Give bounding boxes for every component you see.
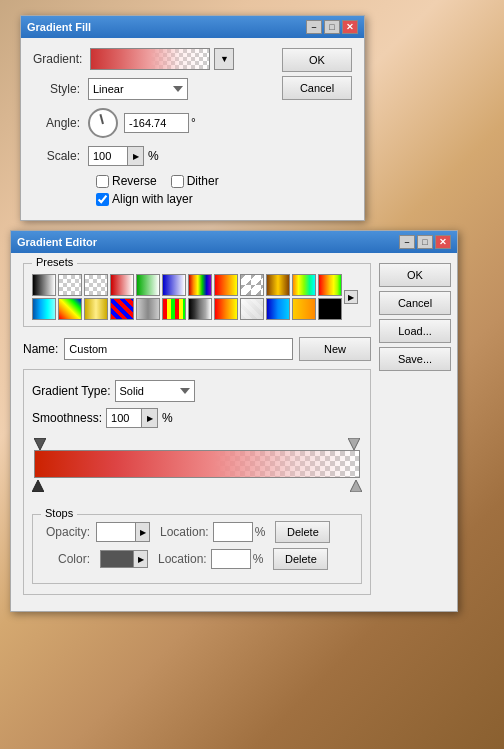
preset-swatch-21[interactable] [240, 298, 264, 320]
opacity-location-input[interactable] [213, 522, 253, 542]
preset-swatch-12[interactable] [318, 274, 342, 296]
preset-swatch-20[interactable] [214, 298, 238, 320]
opacity-percent: % [255, 525, 266, 539]
editor-cancel-button[interactable]: Cancel [379, 291, 451, 315]
preset-swatch-5[interactable] [136, 274, 160, 296]
preset-swatch-9[interactable] [240, 274, 264, 296]
editor-save-button[interactable]: Save... [379, 347, 451, 371]
color-swatch[interactable] [100, 550, 134, 568]
preset-swatch-2[interactable] [58, 274, 82, 296]
editor-title-buttons: – □ ✕ [399, 235, 451, 249]
preset-swatch-18[interactable] [162, 298, 186, 320]
gradient-editor-title-bar: Gradient Editor – □ ✕ [11, 231, 457, 253]
gradient-dropdown-button[interactable]: ▼ [214, 48, 234, 70]
angle-row: Angle: -164.74 ° [33, 108, 274, 138]
align-checkbox-item: Align with layer [96, 192, 193, 206]
color-stop-right[interactable] [350, 480, 362, 495]
preset-swatch-15[interactable] [84, 298, 108, 320]
dialog-buttons: OK Cancel [282, 48, 352, 210]
opacity-delete-button[interactable]: Delete [275, 521, 330, 543]
gradient-bar[interactable] [34, 450, 360, 478]
preset-swatch-10[interactable] [266, 274, 290, 296]
editor-minimize-button[interactable]: – [399, 235, 415, 249]
align-label: Align with layer [112, 192, 193, 206]
preset-swatch-11[interactable] [292, 274, 316, 296]
editor-maximize-button[interactable]: □ [417, 235, 433, 249]
svg-marker-3 [350, 480, 362, 492]
presets-scroll-button[interactable]: ▶ [344, 290, 358, 304]
opacity-stops-row [34, 436, 360, 450]
preset-swatch-19[interactable] [188, 298, 212, 320]
preset-swatch-13[interactable] [32, 298, 56, 320]
gradient-row: Gradient: ▼ [33, 48, 274, 70]
smoothness-row: Smoothness: 100 ▶ % [32, 408, 362, 428]
close-button[interactable]: ✕ [342, 20, 358, 34]
color-delete-button[interactable]: Delete [273, 548, 328, 570]
opacity-input[interactable] [96, 522, 136, 542]
gradient-fill-content: Gradient: ▼ Style: Linear Angle: [21, 38, 364, 220]
preset-swatch-8[interactable] [214, 274, 238, 296]
dither-checkbox[interactable] [171, 175, 184, 188]
title-bar-buttons: – □ ✕ [306, 20, 358, 34]
scale-row: Scale: 100 ▶ % [33, 146, 274, 166]
name-label: Name: [23, 342, 58, 356]
opacity-stepper[interactable]: ▶ [136, 522, 150, 542]
opacity-location-label: Location: [160, 525, 209, 539]
preset-swatch-4[interactable] [110, 274, 134, 296]
preset-swatch-7[interactable] [188, 274, 212, 296]
reverse-checkbox[interactable] [96, 175, 109, 188]
gradient-type-label: Gradient Type: [32, 384, 111, 398]
stops-legend: Stops [41, 507, 77, 519]
preset-swatch-1[interactable] [32, 274, 56, 296]
editor-load-button[interactable]: Load... [379, 319, 451, 343]
angle-dial[interactable] [88, 108, 118, 138]
angle-input[interactable]: -164.74 [124, 113, 189, 133]
color-label: Color: [41, 552, 96, 566]
preset-swatch-14[interactable] [58, 298, 82, 320]
gradient-fill-title: Gradient Fill [27, 21, 91, 33]
editor-main-area: Presets [23, 263, 445, 601]
cancel-button[interactable]: Cancel [282, 76, 352, 100]
gradient-type-select[interactable]: Solid [115, 380, 195, 402]
preset-swatch-17[interactable] [136, 298, 160, 320]
preset-swatch-6[interactable] [162, 274, 186, 296]
scale-label: Scale: [33, 149, 88, 163]
new-button[interactable]: New [299, 337, 371, 361]
scale-unit: % [148, 149, 159, 163]
color-stop-left[interactable] [32, 480, 44, 495]
presets-legend: Presets [32, 256, 77, 268]
color-location-input[interactable] [211, 549, 251, 569]
gradient-preview[interactable] [90, 48, 210, 70]
smoothness-stepper[interactable]: ▶ [142, 408, 158, 428]
preset-swatch-22[interactable] [266, 298, 290, 320]
smoothness-label: Smoothness: [32, 411, 102, 425]
preset-swatch-3[interactable] [84, 274, 108, 296]
align-checkbox[interactable] [96, 193, 109, 206]
ok-button[interactable]: OK [282, 48, 352, 72]
preset-swatch-23[interactable] [292, 298, 316, 320]
name-input[interactable]: Custom [64, 338, 293, 360]
preset-swatch-24[interactable] [318, 298, 342, 320]
gradient-fill-title-bar: Gradient Fill – □ ✕ [21, 16, 364, 38]
color-swatch-button[interactable]: ▶ [134, 550, 148, 568]
reverse-checkbox-item: Reverse [96, 174, 157, 188]
angle-unit: ° [191, 116, 196, 130]
scale-stepper[interactable]: ▶ [128, 146, 144, 166]
preset-swatch-16[interactable] [110, 298, 134, 320]
style-select[interactable]: Linear [88, 78, 188, 100]
gradient-editor-content: Presets [11, 253, 457, 611]
align-row: Align with layer [96, 192, 274, 206]
gradient-label: Gradient: [33, 52, 90, 66]
style-label: Style: [33, 82, 88, 96]
maximize-button[interactable]: □ [324, 20, 340, 34]
checkboxes-row: Reverse Dither [96, 174, 274, 188]
svg-marker-2 [32, 480, 44, 492]
smoothness-input[interactable]: 100 [106, 408, 142, 428]
editor-close-button[interactable]: ✕ [435, 235, 451, 249]
reverse-label: Reverse [112, 174, 157, 188]
editor-ok-button[interactable]: OK [379, 263, 451, 287]
minimize-button[interactable]: – [306, 20, 322, 34]
presets-wrapper: ▶ [32, 274, 362, 320]
smoothness-unit: % [162, 411, 173, 425]
scale-input[interactable]: 100 [88, 146, 128, 166]
